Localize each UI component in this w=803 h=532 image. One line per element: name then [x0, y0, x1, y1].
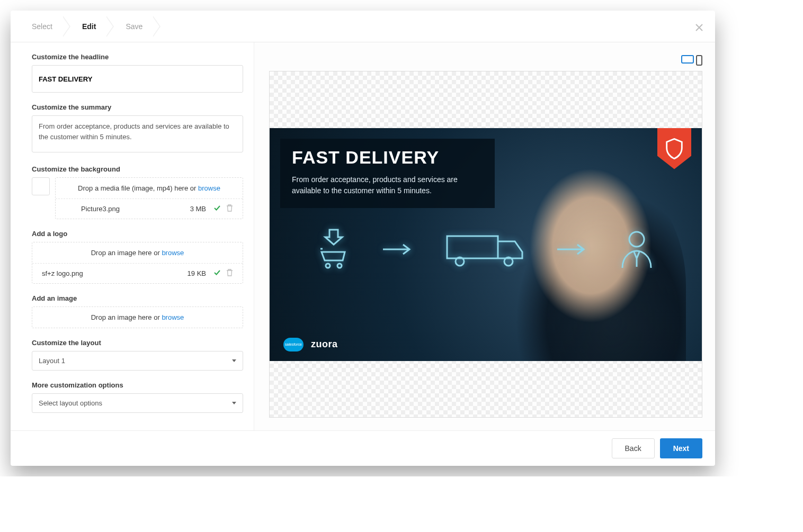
- headline-input[interactable]: [32, 65, 243, 93]
- check-icon: [213, 204, 221, 213]
- image-dz-text: Drop an image here or: [91, 313, 162, 321]
- truck-icon: [445, 231, 524, 270]
- background-file-size: 3 MB: [190, 205, 206, 213]
- trash-icon[interactable]: [226, 204, 233, 213]
- arrow-right-icon: [556, 243, 588, 258]
- logo-label: Add a logo: [32, 230, 243, 238]
- image-browse-link[interactable]: browse: [162, 313, 184, 321]
- preview-canvas: FAST DELIVERY From order acceptance, pro…: [269, 71, 702, 418]
- chevron-down-icon: [232, 359, 236, 362]
- logo-file-name: sf+z logo.png: [42, 269, 188, 277]
- check-icon: [213, 269, 221, 278]
- user-icon: [619, 229, 654, 272]
- customize-sidebar: Customize the headline Customize the sum…: [11, 42, 254, 430]
- zuora-logo: zuora: [311, 339, 338, 350]
- more-options-select[interactable]: Select layout options: [32, 393, 243, 413]
- background-browse-link[interactable]: browse: [198, 184, 220, 192]
- layout-select[interactable]: Layout 1: [32, 351, 243, 371]
- headline-label: Customize the headline: [32, 53, 243, 61]
- image-label: Add an image: [32, 294, 243, 302]
- background-label: Customize the background: [32, 165, 243, 173]
- back-button[interactable]: Back: [612, 438, 655, 458]
- layout-value: Layout 1: [39, 357, 65, 365]
- close-icon[interactable]: [693, 19, 706, 37]
- wizard-steps: Select Edit Save: [11, 11, 715, 42]
- desktop-view-button[interactable]: [681, 55, 694, 64]
- branding-logos: salesforce zuora: [283, 338, 338, 351]
- process-icons: [317, 229, 654, 272]
- editor-window: Select Edit Save Customize the headline …: [11, 11, 715, 466]
- chevron-down-icon: [232, 402, 236, 404]
- salesforce-logo: salesforce: [283, 338, 304, 351]
- image-dropzone[interactable]: Drop an image here or browse: [32, 306, 243, 328]
- step-save[interactable]: Save: [110, 11, 156, 42]
- logo-dropzone[interactable]: Drop an image here or browse sf+z logo.p…: [32, 242, 243, 284]
- logo-dz-text: Drop an image here or: [91, 249, 162, 257]
- layout-label: Customize the layout: [32, 339, 243, 347]
- arrow-right-icon: [382, 243, 414, 258]
- cart-download-icon: [317, 229, 350, 272]
- background-dropzone[interactable]: Drop a media file (image, mp4) here or b…: [55, 177, 243, 219]
- mobile-view-button[interactable]: [696, 55, 702, 66]
- background-file-row: Picture3.png 3 MB: [56, 199, 243, 219]
- summary-label: Customize the summary: [32, 103, 243, 111]
- hero-title: FAST DELIVERY: [292, 148, 483, 167]
- more-options-label: More customization options: [32, 381, 243, 389]
- preview-area: FAST DELIVERY From order acceptance, pro…: [254, 42, 715, 430]
- hero-summary: From order acceptance, products and serv…: [292, 174, 483, 196]
- svg-point-4: [629, 232, 644, 247]
- next-button[interactable]: Next: [660, 438, 702, 458]
- hero-text-overlay: FAST DELIVERY From order acceptance, pro…: [280, 139, 495, 209]
- shield-icon: [665, 138, 684, 159]
- hero-banner: FAST DELIVERY From order acceptance, pro…: [270, 128, 702, 361]
- background-dz-text: Drop a media file (image, mp4) here or: [78, 184, 198, 192]
- device-toggle: [269, 55, 702, 66]
- logo-browse-link[interactable]: browse: [162, 249, 184, 257]
- svg-point-1: [337, 264, 342, 268]
- shield-badge: [657, 128, 691, 169]
- logo-file-row: sf+z logo.png 19 KB: [32, 263, 243, 283]
- summary-input[interactable]: From order acceptance, products and serv…: [32, 115, 243, 152]
- background-thumb[interactable]: [32, 177, 50, 195]
- step-select[interactable]: Select: [16, 11, 66, 42]
- more-options-value: Select layout options: [39, 399, 102, 407]
- step-edit[interactable]: Edit: [66, 11, 110, 42]
- logo-file-size: 19 KB: [188, 269, 206, 277]
- footer-bar: Back Next: [11, 430, 715, 466]
- background-file-name: Picture3.png: [81, 205, 190, 213]
- svg-point-0: [326, 264, 330, 268]
- trash-icon[interactable]: [226, 269, 233, 278]
